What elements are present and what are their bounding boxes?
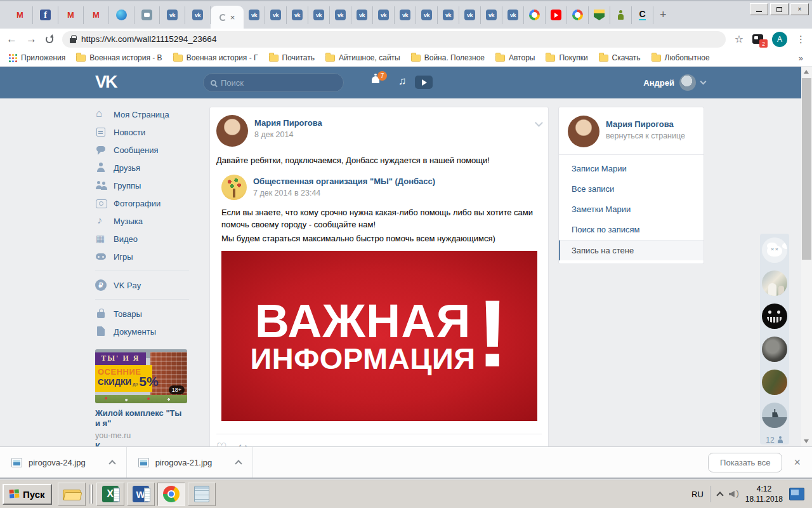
- profile-menu-item[interactable]: Все записи: [559, 179, 704, 199]
- profile-menu-item[interactable]: Запись на стене: [559, 240, 704, 260]
- profile-menu-item[interactable]: Заметки Марии: [559, 199, 704, 220]
- browser-tab[interactable]: [589, 6, 610, 24]
- show-desktop-icon[interactable]: [789, 488, 804, 500]
- maximize-button[interactable]: [770, 3, 789, 15]
- bookmarks-overflow-icon[interactable]: »: [799, 53, 803, 63]
- ship-avatar[interactable]: [762, 403, 787, 428]
- download-filename[interactable]: pirogova-24.jpg: [29, 458, 86, 467]
- bookmark-folder[interactable]: Скачать: [599, 53, 641, 62]
- download-item[interactable]: pirogova-21.jpg: [127, 447, 254, 478]
- bookmark-folder[interactable]: Покупки: [546, 53, 587, 62]
- download-bar-close-icon[interactable]: ×: [794, 457, 801, 468]
- post-author-name[interactable]: Мария Пирогова: [254, 118, 322, 128]
- repost-author-avatar[interactable]: [221, 175, 247, 200]
- repost-author-name[interactable]: Общественная организация "МЫ" (Донбасс): [253, 175, 435, 186]
- browser-tab[interactable]: [244, 6, 265, 24]
- word-button[interactable]: W: [127, 483, 155, 506]
- bookmark-star-icon[interactable]: ☆: [735, 33, 743, 45]
- back-to-page-link[interactable]: вернуться к странице: [606, 131, 685, 140]
- dark-grin-avatar[interactable]: [762, 304, 787, 329]
- page-scrollbar[interactable]: [801, 67, 812, 446]
- chrome-button[interactable]: [157, 483, 185, 506]
- sidebar-item[interactable]: Товары: [95, 305, 189, 323]
- language-indicator[interactable]: RU: [691, 490, 704, 499]
- post-date[interactable]: 8 дек 2014: [254, 130, 322, 139]
- browser-tab[interactable]: [502, 6, 524, 24]
- friends-online-count[interactable]: 12: [766, 436, 783, 444]
- bookmark-folder[interactable]: Почитать: [269, 53, 315, 62]
- ad-image[interactable]: ТЫ' И Я ОСЕННИЕ СКИДКИ до 5% 18+: [95, 349, 187, 403]
- apps-shortcut[interactable]: Приложения: [9, 53, 65, 62]
- browser-tab[interactable]: [8, 6, 33, 24]
- repost-date[interactable]: 7 дек 2014 в 23:44: [253, 189, 435, 197]
- browser-tab[interactable]: [330, 6, 351, 24]
- dog-placeholder-avatar[interactable]: [762, 237, 787, 263]
- bookmark-folder[interactable]: Айтишное, сайты: [325, 53, 400, 62]
- browser-tab[interactable]: [524, 6, 546, 24]
- browser-tab[interactable]: [459, 6, 481, 24]
- browser-tab[interactable]: [567, 6, 589, 24]
- file-explorer-button[interactable]: [58, 483, 86, 506]
- sidebar-item[interactable]: Фотографии: [95, 194, 189, 212]
- browser-tab[interactable]: [265, 6, 287, 24]
- post-author-avatar[interactable]: [216, 115, 248, 147]
- back-button[interactable]: ←: [6, 34, 17, 44]
- extension-icon[interactable]: 2: [752, 34, 763, 44]
- minimize-button[interactable]: [750, 3, 768, 15]
- scroll-down-icon[interactable]: [804, 439, 809, 443]
- reload-button[interactable]: [46, 36, 53, 43]
- vk-logo[interactable]: VK: [95, 72, 117, 92]
- browser-tab[interactable]: [351, 6, 373, 24]
- close-button[interactable]: ×: [790, 3, 809, 15]
- sidebar-item[interactable]: Группы: [95, 177, 189, 194]
- active-browser-tab[interactable]: ×: [211, 6, 244, 29]
- sidebar-item[interactable]: VK Pay: [95, 276, 189, 294]
- ad-title[interactable]: Жилой комплекс "Ты и я": [95, 408, 187, 429]
- sidebar-item[interactable]: Моя Страница: [95, 105, 189, 123]
- scrollbar-thumb[interactable]: [802, 78, 811, 260]
- video-icon[interactable]: [415, 76, 433, 89]
- tab-close-icon[interactable]: ×: [230, 13, 235, 22]
- browser-tab[interactable]: [481, 6, 502, 24]
- browser-tab[interactable]: [438, 6, 459, 24]
- browser-tab[interactable]: [84, 6, 109, 24]
- new-tab-button[interactable]: +: [660, 8, 667, 22]
- notepad-button[interactable]: [188, 483, 216, 506]
- browser-tab[interactable]: [160, 6, 185, 24]
- address-bar[interactable]: https://vk.com/wall21115294_23664: [62, 31, 726, 48]
- hidden-icons-chevron-icon[interactable]: [716, 491, 723, 498]
- download-menu-chevron-icon[interactable]: [108, 460, 115, 467]
- post-menu-chevron-icon[interactable]: [535, 119, 543, 127]
- scroll-up-icon[interactable]: [804, 70, 809, 74]
- attached-image[interactable]: ВАЖНАЯ ИНФОРМАЦИЯ !: [221, 251, 537, 421]
- browser-profile-avatar[interactable]: A: [772, 32, 787, 47]
- music-icon[interactable]: ♫: [398, 75, 407, 88]
- show-all-downloads-button[interactable]: Показать все: [708, 453, 782, 472]
- browser-tab[interactable]: [134, 6, 160, 24]
- sidebar-ad[interactable]: ТЫ' И Я ОСЕННИЕ СКИДКИ до 5% 18+ Жилой к…: [95, 349, 187, 451]
- excel-button[interactable]: X: [96, 483, 124, 506]
- wedding-couple-avatar[interactable]: [762, 271, 787, 296]
- bookmark-folder[interactable]: Война. Полезное: [411, 53, 485, 62]
- profile-menu-item[interactable]: Записи Марии: [559, 159, 704, 179]
- forward-button[interactable]: →: [26, 34, 37, 44]
- bookmark-folder[interactable]: Военная история - Г: [173, 53, 258, 62]
- sidebar-item[interactable]: Друзья: [95, 159, 189, 177]
- sidebar-item[interactable]: Документы: [95, 323, 189, 340]
- browser-tab[interactable]: [610, 6, 632, 24]
- profile-name[interactable]: Мария Пирогова: [606, 116, 685, 129]
- url-text[interactable]: https://vk.com/wall21115294_23664: [81, 34, 216, 44]
- browser-tab[interactable]: [33, 6, 58, 24]
- download-item[interactable]: pirogova-24.jpg: [0, 447, 127, 478]
- browser-menu-icon[interactable]: ⋮: [796, 34, 806, 45]
- search-input[interactable]: [221, 78, 322, 88]
- browser-tab[interactable]: [546, 6, 567, 24]
- notifications-button[interactable]: 7: [370, 76, 382, 87]
- profile-menu-item[interactable]: Поиск по записям: [559, 220, 704, 240]
- browser-tab[interactable]: [373, 6, 395, 24]
- browser-tab[interactable]: [308, 6, 330, 24]
- bookmark-folder[interactable]: Авторы: [495, 53, 535, 62]
- sidebar-item[interactable]: Видео: [95, 230, 189, 248]
- browser-tab[interactable]: [58, 6, 84, 24]
- sidebar-item[interactable]: Музыка: [95, 212, 189, 230]
